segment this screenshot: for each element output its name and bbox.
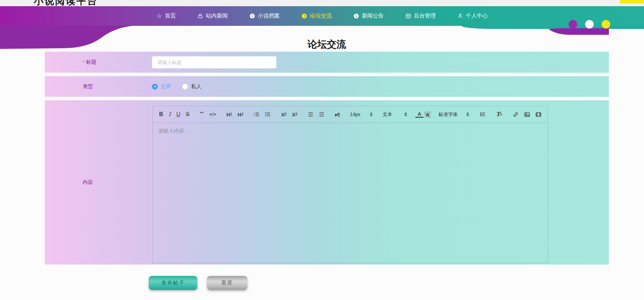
toolbar-line-height-icon[interactable]: [477, 112, 488, 117]
toolbar-font-family[interactable]: 标准字体: [436, 112, 471, 117]
toolbar-underline[interactable]: U: [174, 112, 183, 117]
nav-item-profile[interactable]: 个人中心: [447, 12, 499, 20]
toolbar-unordered-list-icon[interactable]: [262, 112, 273, 117]
toolbar-bg-color[interactable]: A: [424, 111, 431, 118]
toolbar-indent-icon[interactable]: [316, 112, 327, 117]
title-label: *标题: [45, 59, 152, 65]
window-dot-1: [569, 20, 577, 29]
nav-item-home[interactable]: ☆首页: [146, 12, 187, 20]
toolbar-h1[interactable]: H1: [224, 112, 234, 117]
form-row-type: 类型 公开 私人: [45, 76, 609, 97]
browser-top-strip: 小说阅读平台: [0, 0, 644, 6]
toolbar-paragraph[interactable]: ▸¶: [333, 112, 342, 117]
form-actions: 发布帖子 重置: [149, 276, 247, 290]
required-asterisk: *: [83, 59, 85, 65]
nav-item-label: 站内新闻: [206, 12, 228, 20]
radio-private[interactable]: 私人: [182, 83, 201, 90]
page-title: 论坛交流: [45, 38, 609, 51]
nav-menu: ☆首页站内新闻小说档案?论坛交流新闻公告后台管理个人中心: [0, 6, 644, 26]
toolbar-outdent-icon[interactable]: [305, 112, 316, 117]
toolbar-text-color[interactable]: A: [415, 111, 424, 118]
site-title: 小说阅读平台: [34, 0, 98, 6]
info-circle-icon: [353, 13, 360, 19]
toolbar-ordered-list-icon[interactable]: 123: [251, 112, 262, 117]
window-dots: [569, 20, 610, 29]
window-dot-2: [585, 20, 594, 29]
window-dot-3: [602, 20, 610, 29]
nav-item-forum[interactable]: ?论坛交流: [291, 12, 343, 20]
toolbar-italic[interactable]: I: [166, 112, 173, 117]
toolbar-video-icon[interactable]: [533, 112, 544, 117]
toolbar-bold[interactable]: B: [157, 112, 166, 117]
publish-button[interactable]: 发布帖子: [149, 276, 197, 290]
question-circle-icon: ?: [301, 13, 308, 19]
toolbar-image-icon[interactable]: [522, 112, 532, 117]
toolbar-subscript[interactable]: X2: [279, 112, 289, 117]
form-row-content: 内容 BIUS”</>H1H2123X2X2▸¶14px文本AA标准字体Tx 请…: [45, 100, 609, 265]
lock-icon: [197, 13, 204, 19]
radio-public[interactable]: 公开: [152, 83, 171, 90]
nav-item-label: 小说档案: [258, 12, 280, 20]
toolbar-strikethrough[interactable]: S: [183, 112, 192, 117]
nav-item-novel-archive[interactable]: 小说档案: [239, 12, 291, 20]
editor-content[interactable]: 请输入内容...: [153, 123, 548, 263]
title-input[interactable]: [152, 56, 277, 69]
form-row-title: *标题: [45, 52, 609, 73]
header-wave-right: [549, 28, 609, 37]
type-radio-group: 公开 私人: [152, 83, 201, 90]
calendar-icon: [405, 13, 412, 19]
star-icon: ☆: [156, 13, 163, 19]
toolbar-h2[interactable]: H2: [235, 112, 246, 117]
info-circle-icon: [249, 13, 256, 19]
nav-item-admin[interactable]: 后台管理: [395, 12, 447, 20]
content-label: 内容: [45, 179, 152, 186]
nav-item-label: 后台管理: [414, 12, 436, 20]
rich-text-editor: BIUS”</>H1H2123X2X2▸¶14px文本AA标准字体Tx 请输入内…: [153, 106, 548, 263]
toolbar-blockquote[interactable]: ”: [198, 112, 206, 117]
svg-text:3: 3: [254, 115, 255, 117]
toolbar-code[interactable]: </>: [207, 112, 218, 116]
nav-item-announcements[interactable]: 新闻公告: [343, 12, 395, 20]
toolbar-clear-format[interactable]: Tx: [494, 112, 505, 117]
toolbar-text-type[interactable]: 文本: [380, 112, 409, 117]
toolbar-link-icon[interactable]: [510, 112, 521, 117]
nav-item-label: 个人中心: [466, 12, 488, 20]
svg-text:?: ?: [303, 14, 305, 18]
toolbar-superscript[interactable]: X2: [290, 112, 300, 117]
type-label: 类型: [45, 83, 152, 90]
nav-item-label: 新闻公告: [362, 12, 384, 20]
editor-toolbar: BIUS”</>H1H2123X2X2▸¶14px文本AA标准字体Tx: [153, 106, 548, 123]
reset-button[interactable]: 重置: [207, 276, 247, 290]
nav-item-label: 首页: [165, 12, 176, 20]
nav-item-label: 论坛交流: [310, 12, 332, 20]
editor-placeholder: 请输入内容...: [158, 128, 188, 134]
radio-private-circle[interactable]: [182, 84, 188, 90]
radio-public-circle[interactable]: [152, 84, 158, 90]
toolbar-font-size[interactable]: 14px: [347, 112, 375, 117]
person-icon: [457, 13, 464, 19]
nav-item-site-news[interactable]: 站内新闻: [187, 12, 239, 20]
yellow-accent-tab: [620, 0, 644, 3]
